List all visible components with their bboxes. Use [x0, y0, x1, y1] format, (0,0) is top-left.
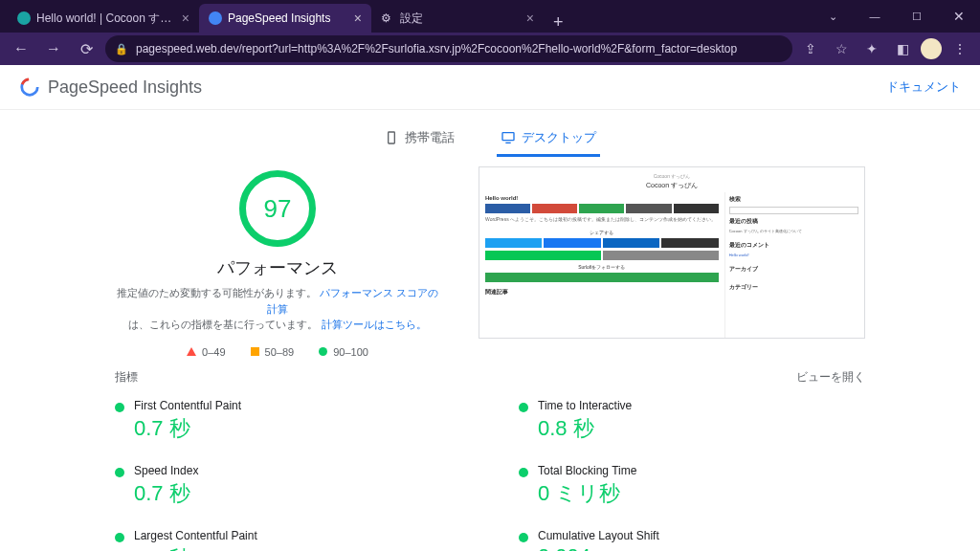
psi-header: PageSpeed Insights ドキュメント — [0, 65, 980, 110]
lock-icon: 🔒 — [115, 43, 128, 55]
tab-favicon — [17, 11, 31, 25]
report-summary: 97 パフォーマンス 推定値のため変動する可能性があります。 パフォーマンス ス… — [0, 157, 980, 358]
tab-title: 設定 — [400, 11, 521, 27]
tab-strip: Hello world! | Cocoon すっぴん × PageSpeed I… — [0, 0, 812, 33]
psi-logo-icon — [19, 77, 40, 98]
close-icon[interactable]: × — [182, 11, 189, 26]
triangle-icon — [187, 347, 196, 356]
svg-rect-2 — [389, 132, 395, 143]
browser-tab[interactable]: ⚙ 設定 × — [371, 4, 544, 33]
back-button[interactable]: ← — [8, 35, 34, 62]
metrics-label: 指標 — [115, 369, 138, 386]
status-dot-icon — [115, 533, 124, 542]
legend-mid: 50–89 — [251, 346, 295, 358]
site-screenshot: Cocoon すっぴん Cocoon すっぴん Hello world! Wor… — [479, 166, 865, 339]
svg-rect-3 — [502, 133, 514, 141]
metric-si: Speed Index0.7 秒 — [115, 458, 461, 514]
desktop-icon — [501, 130, 516, 145]
metrics-grid: First Contentful Paint0.7 秒 Time to Inte… — [0, 389, 980, 552]
tab-label: 携帯電話 — [405, 129, 455, 146]
status-dot-icon — [115, 468, 124, 477]
tab-title: Hello world! | Cocoon すっぴん — [36, 11, 176, 27]
calculator-link[interactable]: 計算ツールはこちら。 — [322, 319, 427, 330]
close-icon[interactable]: × — [354, 11, 362, 26]
legend-high: 90–100 — [319, 346, 368, 358]
status-dot-icon — [519, 468, 528, 477]
tab-desktop[interactable]: デスクトップ — [497, 121, 600, 157]
status-dot-icon — [519, 403, 528, 412]
performance-score: 97 — [239, 170, 316, 247]
browser-tab-active[interactable]: PageSpeed Insights × — [199, 4, 371, 33]
metrics-header: 指標 ビューを開く — [0, 358, 980, 389]
psi-brand[interactable]: PageSpeed Insights — [19, 77, 202, 98]
reload-button[interactable]: ⟳ — [73, 35, 100, 62]
score-column: 97 パフォーマンス 推定値のため変動する可能性があります。 パフォーマンス ス… — [115, 166, 440, 358]
metric-lcp: Largest Contentful Paint1.2 秒 — [115, 523, 461, 552]
chevron-down-icon[interactable]: ⌄ — [812, 0, 854, 33]
legend-low: 0–49 — [187, 346, 225, 358]
maximize-button[interactable]: ☐ — [896, 0, 938, 33]
menu-icon[interactable]: ⋮ — [947, 36, 972, 61]
status-dot-icon — [519, 533, 528, 542]
minimize-button[interactable]: — — [854, 0, 896, 33]
page-content: PageSpeed Insights ドキュメント 携帯電話 デスクトップ 97… — [0, 65, 980, 551]
extensions-icon[interactable]: ✦ — [859, 36, 884, 61]
share-icon[interactable]: ⇪ — [798, 36, 823, 61]
tab-favicon — [209, 11, 222, 25]
url-text: pagespeed.web.dev/report?url=http%3A%2F%… — [136, 42, 737, 55]
metric-tti: Time to Interactive0.8 秒 — [519, 393, 865, 449]
score-legend: 0–49 50–89 90–100 — [187, 346, 368, 358]
star-icon[interactable]: ☆ — [829, 36, 854, 61]
browser-tab[interactable]: Hello world! | Cocoon すっぴん × — [8, 4, 199, 33]
new-tab-button[interactable]: + — [544, 12, 573, 33]
psi-title: PageSpeed Insights — [48, 77, 202, 98]
performance-note: 推定値のため変動する可能性があります。 パフォーマンス スコアの計算 は、これら… — [115, 285, 440, 333]
forward-button[interactable]: → — [40, 35, 67, 62]
metric-tbt: Total Blocking Time0 ミリ秒 — [519, 458, 865, 514]
documentation-link[interactable]: ドキュメント — [886, 78, 961, 96]
status-dot-icon — [115, 403, 124, 412]
close-icon[interactable]: × — [526, 11, 534, 26]
browser-titlebar: Hello world! | Cocoon すっぴん × PageSpeed I… — [0, 0, 980, 33]
performance-label: パフォーマンス — [217, 256, 338, 279]
close-window-button[interactable]: ✕ — [938, 0, 980, 33]
browser-toolbar: ← → ⟳ 🔒 pagespeed.web.dev/report?url=htt… — [0, 33, 980, 65]
performance-gauge: 97 — [239, 170, 316, 247]
profile-avatar[interactable] — [921, 38, 942, 59]
mobile-icon — [384, 130, 399, 145]
gear-icon: ⚙ — [381, 11, 394, 25]
metric-fcp: First Contentful Paint0.7 秒 — [115, 393, 461, 449]
expand-view-link[interactable]: ビューを開く — [796, 369, 865, 386]
tab-mobile[interactable]: 携帯電話 — [380, 121, 458, 157]
extension-icon[interactable]: ◧ — [890, 36, 915, 61]
tab-label: デスクトップ — [522, 129, 596, 146]
window-controls: ⌄ — ☐ ✕ — [812, 0, 980, 33]
circle-icon — [319, 347, 327, 356]
tab-title: PageSpeed Insights — [228, 11, 348, 25]
device-tabs: 携帯電話 デスクトップ — [0, 121, 980, 157]
address-bar[interactable]: 🔒 pagespeed.web.dev/report?url=http%3A%2… — [105, 35, 792, 62]
square-icon — [251, 347, 259, 356]
metric-cls: Cumulative Layout Shift0.004 — [519, 523, 865, 552]
